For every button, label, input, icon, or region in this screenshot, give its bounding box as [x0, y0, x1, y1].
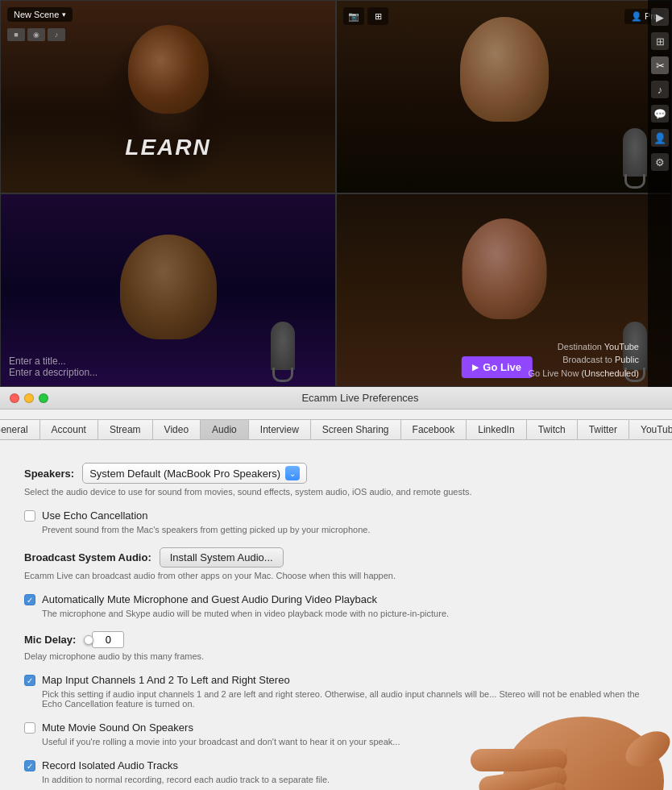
auto-mute-checkbox[interactable] — [24, 594, 35, 605]
echo-checkbox-row: Use Echo Cancellation — [24, 509, 648, 522]
map-channels-checkbox-row: Map Input Channels 1 And 2 To Left and R… — [24, 674, 648, 686]
mute-movie-label: Mute Movie Sound On Speakers — [42, 721, 193, 734]
auto-mute-desc: The microphone and Skype audio will be m… — [42, 609, 648, 618]
tab-twitter[interactable]: Twitter — [577, 419, 628, 440]
tl-icons: ■ ◉ ♪ — [7, 28, 65, 41]
go-live-button[interactable]: Go Live — [461, 356, 533, 378]
speakers-label: Speakers: — [24, 468, 74, 480]
video-cell-bottom-right: Go Live Destination YouTube Broadcast to… — [336, 193, 672, 387]
minimize-button[interactable] — [24, 393, 34, 403]
sidebar-icon-cut[interactable]: ✂ — [651, 56, 669, 74]
tl-icon-3[interactable]: ♪ — [48, 28, 65, 41]
tab-facebook[interactable]: Facebook — [400, 419, 467, 440]
speakers-label-row: Speakers: System Default (MacBook Pro Sp… — [24, 463, 648, 484]
broadcast-audio-row: Broadcast System Audio: Install System A… — [24, 547, 648, 580]
echo-desc: Prevent sound from the Mac's speakers fr… — [42, 525, 648, 534]
sidebar-icon-music[interactable]: ♪ — [651, 81, 669, 98]
mute-movie-checkbox[interactable] — [24, 722, 35, 734]
mic-delay-label-row: Mic Delay: 0 — [24, 631, 648, 648]
record-isolated-label: Record Isolated Audio Tracks — [42, 759, 178, 771]
pro-label-icon: 👤 — [631, 11, 645, 21]
sidebar-icon-settings[interactable]: ⚙ — [651, 153, 669, 171]
preferences-panel: Ecamm Live Preferences General Account S… — [0, 387, 672, 790]
tab-youtube[interactable]: YouTube — [628, 419, 672, 440]
broadcast-value: Public — [615, 355, 639, 364]
cam-controls: 📷 ⊞ — [343, 7, 388, 25]
settings-content: Speakers: System Default (MacBook Pro Sp… — [0, 447, 672, 790]
tab-twitch[interactable]: Twitch — [526, 419, 577, 440]
person-tr — [337, 1, 671, 193]
tab-screen-sharing[interactable]: Screen Sharing — [310, 419, 400, 440]
scene-badge[interactable]: New Scene — [7, 7, 73, 22]
destination-value: YouTube — [604, 342, 639, 351]
map-channels-row: Map Input Channels 1 And 2 To Left and R… — [24, 674, 648, 709]
scene-label: New Scene — [14, 10, 59, 19]
mic-delay-row: Mic Delay: 0 Delay microphone audio by t… — [24, 631, 648, 661]
close-button[interactable] — [10, 393, 19, 403]
cam-btn-video[interactable]: 📷 — [343, 7, 364, 25]
speakers-row: Speakers: System Default (MacBook Pro Sp… — [24, 463, 648, 497]
sidebar-icon-grid[interactable]: ⊞ — [651, 32, 669, 50]
tl-icon-2[interactable]: ◉ — [27, 28, 45, 41]
mic-delay-value: 0 — [92, 631, 124, 648]
broadcast-audio-desc: Ecamm Live can broadcast audio from othe… — [24, 571, 648, 580]
sidebar-icon-chat[interactable]: 💬 — [651, 105, 669, 123]
tab-linkedin[interactable]: LinkedIn — [466, 419, 525, 440]
record-isolated-checkbox[interactable] — [24, 760, 35, 771]
title-overlay: Enter a title... Enter a description... — [9, 356, 97, 378]
install-audio-button[interactable]: Install System Audio... — [160, 547, 284, 568]
mic-delay-desc: Delay microphone audio by this many fram… — [24, 651, 648, 661]
tl-icon-1[interactable]: ■ — [7, 28, 25, 41]
tab-video[interactable]: Video — [152, 419, 200, 440]
go-live-area: Go Live — [461, 356, 533, 378]
go-live-label: Go Live — [483, 361, 521, 373]
go-live-now-value: (Unscheduled) — [581, 368, 639, 378]
auto-mute-checkbox-row: Automatically Mute Microphone and Guest … — [24, 593, 648, 605]
map-channels-desc: Pick this setting if audio input channel… — [42, 689, 648, 709]
tab-account[interactable]: Account — [39, 419, 97, 440]
speakers-value: System Default (MacBook Pro Speakers) — [89, 468, 280, 480]
right-sidebar: ▶ ⊞ ✂ ♪ 💬 👤 ⚙ — [648, 0, 672, 387]
sidebar-icon-user[interactable]: 👤 — [651, 129, 669, 147]
window-title: Ecamm Live Preferences — [58, 392, 662, 404]
auto-mute-label: Automatically Mute Microphone and Guest … — [42, 593, 377, 605]
video-cell-top-right: 📷 ⊞ 👤 Pro — [336, 0, 672, 193]
echo-label: Use Echo Cancellation — [42, 509, 148, 522]
sidebar-icon-camera[interactable]: ▶ — [651, 8, 669, 26]
mic-icon-tr — [623, 128, 647, 177]
broadcast-row: Broadcast to Public — [528, 353, 639, 367]
map-channels-checkbox[interactable] — [24, 675, 35, 686]
tab-bar: General Account Stream Video Audio Inter… — [0, 410, 672, 447]
broadcast-audio-label: Broadcast System Audio: — [24, 551, 151, 563]
mic-delay-slider-thumb[interactable] — [84, 635, 93, 645]
title-placeholder[interactable]: Enter a title... — [9, 356, 97, 367]
video-cell-bottom-left: Enter a title... Enter a description... — [0, 193, 336, 387]
select-arrow-icon: ⌄ — [285, 466, 300, 480]
broadcast-label: Broadcast to — [562, 355, 612, 364]
echo-checkbox[interactable] — [24, 510, 35, 522]
maximize-button — [39, 393, 48, 403]
mic-delay-slider-row: 0 — [84, 631, 124, 648]
tab-general[interactable]: General — [0, 419, 39, 440]
speakers-desc: Select the audio device to use for sound… — [24, 487, 648, 497]
map-channels-label: Map Input Channels 1 And 2 To Left and R… — [42, 674, 290, 686]
mute-movie-row: Mute Movie Sound On Speakers Useful if y… — [24, 721, 648, 746]
destination-row: Destination YouTube — [528, 340, 639, 354]
mute-movie-checkbox-row: Mute Movie Sound On Speakers — [24, 721, 648, 734]
tab-audio[interactable]: Audio — [200, 419, 248, 440]
mic-delay-label: Mic Delay: — [24, 634, 76, 646]
tab-interview[interactable]: Interview — [248, 419, 310, 440]
go-live-now-label: Go Live Now — [528, 368, 579, 378]
broadcast-audio-label-row: Broadcast System Audio: Install System A… — [24, 547, 648, 568]
desc-placeholder[interactable]: Enter a description... — [9, 367, 97, 378]
mic-icon-bl — [271, 322, 295, 370]
speakers-select[interactable]: System Default (MacBook Pro Speakers) ⌄ — [82, 463, 307, 484]
video-grid: New Scene ■ ◉ ♪ 📷 ⊞ 👤 Pro — [0, 0, 672, 387]
cam-btn-display[interactable]: ⊞ — [367, 7, 388, 25]
window-titlebar: Ecamm Live Preferences — [0, 387, 672, 410]
tab-stream[interactable]: Stream — [97, 419, 152, 440]
go-live-now-row: Go Live Now (Unscheduled) — [528, 367, 639, 380]
record-isolated-desc: In addition to normal recording, record … — [42, 775, 648, 784]
video-cell-top-left: New Scene ■ ◉ ♪ — [0, 0, 336, 193]
mute-movie-desc: Useful if you're rolling a movie into yo… — [42, 737, 648, 746]
